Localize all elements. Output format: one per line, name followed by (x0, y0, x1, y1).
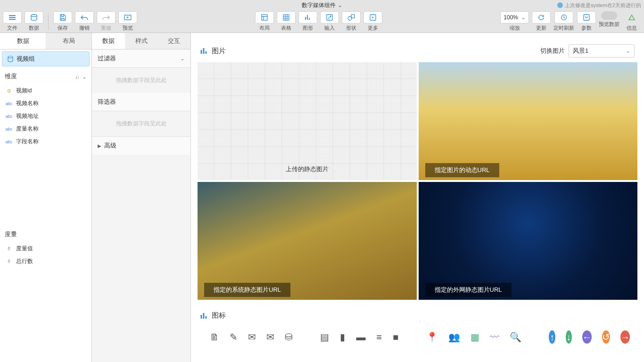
table-button[interactable] (277, 11, 296, 24)
shape-button[interactable] (342, 11, 361, 24)
location-pin-icon[interactable]: 📍 (426, 330, 438, 344)
title-bar: 数字媒体组件⌄ 上次修改是system在2天前进行的 (0, 0, 644, 10)
filter-dropzone[interactable]: 拖拽数据字段至此处 (92, 68, 190, 93)
icon-card: 图标 🗎 ✎ ✉ ✉ ⛁ ▤ ▮ ▬ ≡ ■ 📍 👥 (198, 304, 637, 348)
input-button[interactable] (320, 11, 339, 24)
zoom-label: 缩放 (510, 25, 520, 32)
selector-header[interactable]: 筛选器 (92, 93, 190, 111)
chevron-down-icon: ⌄ (180, 55, 185, 62)
image-cell-dynamic-url[interactable]: 指定图片的动态URL (419, 62, 638, 180)
wave-icon[interactable]: 〰 (490, 330, 499, 344)
left-tabs: 数据 布局 (0, 33, 91, 49)
magnify-icon[interactable]: 🔍 (510, 330, 521, 344)
refresh-button[interactable] (532, 11, 551, 24)
arrow-left-circle-icon[interactable]: ← (582, 330, 592, 344)
measures-header: 度量 (0, 226, 91, 242)
field-video-url[interactable]: abc视频地址 (0, 110, 91, 123)
redo-label: 重做 (101, 25, 111, 32)
list-icon[interactable]: ▤ (320, 330, 329, 344)
arrow-down-circle-icon[interactable]: ↓ (566, 330, 572, 344)
shape-label: 形状 (346, 25, 356, 32)
data-button[interactable] (25, 11, 43, 24)
params-button[interactable] (577, 11, 596, 24)
field-measure-value[interactable]: #度量值 (0, 242, 91, 255)
info-button[interactable] (622, 11, 641, 24)
abc-icon: abc (5, 101, 13, 106)
arrow-right-circle-icon[interactable]: ↺ (602, 330, 610, 344)
preview-data-toggle[interactable] (601, 11, 617, 20)
last-modified-status: 上次修改是system在2天前进行的 (557, 2, 641, 9)
field-video-id[interactable]: ⊙视频id (0, 84, 91, 97)
filter-header[interactable]: 过滤器⌄ (92, 49, 190, 68)
image-cell-static-upload[interactable]: 上传的静态图片 (198, 62, 417, 180)
arrow-up-circle-icon[interactable]: ↑ (549, 330, 555, 344)
chevron-down-icon[interactable]: ⌄ (82, 74, 87, 80)
chart-button[interactable] (298, 11, 317, 24)
image-card: 图片 切换图片 风景1⌄ 上传的静态图片 指定图片的动态URL 指定 (198, 38, 637, 300)
svg-rect-9 (584, 15, 589, 20)
document-search-icon[interactable]: 🗎 (210, 330, 219, 344)
advanced-row[interactable]: ▶ 高级 (92, 136, 190, 155)
chart-label: 图形 (303, 25, 313, 32)
preview-button[interactable] (118, 11, 137, 24)
field-row-count[interactable]: #总行数 (0, 255, 91, 268)
icon-strip: 🗎 ✎ ✉ ✉ ⛁ ▤ ▮ ▬ ≡ ■ 📍 👥 ▦ 〰 🔍 (198, 325, 637, 348)
abc-icon: abc (5, 127, 13, 132)
field-field-name[interactable]: abc字段名称 (0, 135, 91, 148)
selector-dropzone[interactable]: 拖拽数据字段至此处 (92, 111, 190, 136)
layout-button[interactable] (255, 11, 274, 24)
image-grid: 上传的静态图片 指定图片的动态URL 指定的系统静态图片URL 指定的外网静态图… (198, 62, 637, 300)
svg-rect-3 (283, 15, 289, 20)
measures-list: #度量值 #总行数 (0, 242, 91, 362)
field-measure-name[interactable]: abc度量名称 (0, 123, 91, 135)
timed-refresh-button[interactable] (554, 11, 573, 24)
title-dropdown-icon[interactable]: ⌄ (338, 2, 342, 8)
preview-data-label: 预览数据 (599, 21, 619, 28)
mid-tab-data[interactable]: 数据 (92, 33, 125, 49)
image-cell-label: 指定的外网静态图片URL (425, 283, 512, 297)
tree-item-label: 视频组 (17, 55, 35, 63)
edit-icon[interactable]: ✎ (230, 330, 238, 344)
undo-button[interactable] (75, 11, 94, 24)
tab-data[interactable]: 数据 (0, 33, 46, 49)
file-label: 文件 (7, 25, 17, 32)
user-avatar-dot (557, 2, 563, 8)
mail-heart-icon[interactable]: ✉ (248, 330, 256, 344)
zoom-select[interactable]: 100%⌄ (500, 11, 529, 24)
bar-chart-icon (200, 47, 208, 55)
search-icon[interactable]: ⌕ (75, 73, 79, 80)
hash-icon: # (5, 246, 13, 251)
bookmark-icon[interactable]: ▮ (339, 330, 346, 344)
align-icon[interactable]: ≡ (376, 330, 382, 344)
switch-image-label: 切换图片 (540, 47, 565, 55)
file-button[interactable] (3, 11, 22, 24)
people-icon[interactable]: 👥 (448, 330, 460, 344)
left-panel: 数据 布局 视频组 维度 ⌕⌄ ⊙视频id abc视频名称 abc视频地址 ab… (0, 33, 92, 362)
image-cell-system-static-url[interactable]: 指定的系统静态图片URL (198, 182, 417, 300)
timed-refresh-label: 定时刷新 (553, 25, 574, 32)
mid-tabs: 数据 样式 交互 (92, 33, 190, 49)
folder-icon[interactable]: ▬ (356, 330, 365, 344)
image-cell-external-static-url[interactable]: 指定的外网静态图片URL (419, 182, 638, 300)
envelope-icon[interactable]: ✉ (266, 330, 274, 344)
field-video-name[interactable]: abc视频名称 (0, 97, 91, 110)
database-icon[interactable]: ⛁ (285, 330, 293, 344)
image-cell-label: 指定的系统静态图片URL (204, 283, 290, 297)
presentation-icon[interactable]: ▦ (471, 330, 479, 344)
tree-item-video-group[interactable]: 视频组 (2, 51, 90, 66)
toolbar: 文件 数据 保存 撤销 重做 预览 布局 表格 图形 输入 形状 更多 100%… (0, 10, 644, 33)
save-button[interactable] (53, 11, 72, 24)
more-button[interactable] (363, 11, 382, 24)
redo-button[interactable] (97, 11, 116, 24)
video-icon[interactable]: ■ (393, 330, 399, 344)
dimensions-list: ⊙视频id abc视频名称 abc视频地址 abc度量名称 abc字段名称 (0, 84, 91, 148)
mid-tab-style[interactable]: 样式 (125, 33, 158, 49)
svg-rect-2 (262, 15, 267, 20)
arrow-forward-circle-icon[interactable]: → (620, 330, 630, 344)
image-cell-label: 上传的静态图片 (276, 162, 338, 176)
mid-tab-interact[interactable]: 交互 (157, 33, 190, 49)
tab-layout[interactable]: 布局 (46, 33, 91, 49)
refresh-label: 更新 (536, 25, 546, 32)
image-select[interactable]: 风景1⌄ (569, 44, 635, 58)
params-label: 参数 (581, 25, 592, 32)
